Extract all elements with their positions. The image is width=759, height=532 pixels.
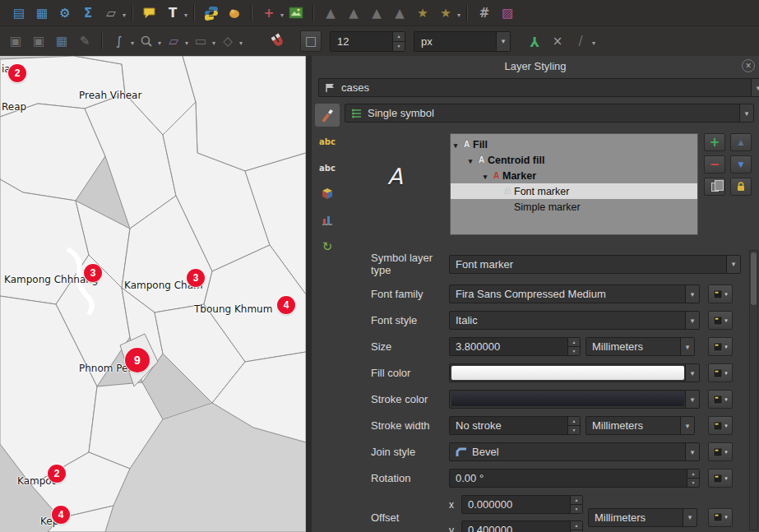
dropdown-caret[interactable] (280, 6, 284, 21)
fill-ring-group[interactable]: ▱ (163, 30, 188, 52)
tab-labels[interactable]: abc (315, 130, 340, 153)
label-edit-icon[interactable]: ✎ (74, 30, 95, 52)
renderer-combo[interactable]: Single symbol (345, 104, 754, 123)
stroke-width-unit-combo[interactable]: Millimeters (585, 416, 695, 435)
dropdown-caret[interactable] (238, 34, 243, 49)
topology-node-icon[interactable]: Y (524, 30, 545, 52)
plugin-bean-icon[interactable] (224, 2, 245, 24)
dropdown-caret[interactable] (183, 6, 187, 21)
split-line-icon[interactable]: / (570, 30, 591, 52)
dropdown-caret[interactable] (591, 34, 595, 49)
offset-y-spinbox[interactable]: 0.400000 (461, 520, 583, 532)
combo-caret[interactable] (680, 338, 694, 355)
stroke-color-button[interactable] (449, 390, 700, 409)
spin-steppers[interactable] (567, 338, 580, 355)
expander-icon[interactable] (465, 155, 475, 166)
zoom-tool-group[interactable] (136, 30, 161, 52)
combo-caret[interactable] (680, 417, 694, 434)
combo-caret[interactable] (683, 509, 697, 526)
scrollbar-thumb[interactable] (751, 252, 757, 305)
data-defined-override-button[interactable] (708, 363, 733, 382)
gps-tool-group[interactable]: + (258, 2, 284, 24)
add-symbol-layer-button[interactable]: + (704, 133, 725, 151)
combo-caret[interactable] (685, 391, 699, 408)
favorite-star-icon[interactable]: ★ (412, 2, 433, 24)
dropdown-caret[interactable] (184, 34, 188, 49)
tree-row-simple-marker[interactable]: Simple marker (451, 199, 697, 215)
attribute-ledger-icon[interactable]: ▤ (8, 2, 30, 24)
lock-colors-button[interactable] (730, 178, 752, 196)
remove-node-icon[interactable]: × (547, 30, 568, 52)
dropdown-caret[interactable] (122, 6, 126, 21)
dropdown-caret[interactable] (130, 34, 134, 49)
tracing-box-icon[interactable]: □ (300, 30, 322, 52)
gps-crosshair-icon[interactable]: + (258, 2, 280, 24)
pinned-overlay-icon[interactable]: ▦ (51, 30, 72, 52)
offset-unit-combo[interactable]: Millimeters (588, 508, 697, 527)
combo-caret[interactable] (685, 364, 699, 382)
offset-x-spinbox[interactable]: 0.000000 (461, 495, 583, 514)
rect-tool-group[interactable]: ▭ (190, 30, 215, 52)
data-defined-override-button[interactable] (708, 337, 733, 356)
curve-tool-group[interactable]: ∫ (109, 30, 134, 52)
snapping-magnet-icon[interactable] (267, 30, 289, 52)
unpin-labels-icon[interactable]: ▲ (343, 2, 364, 24)
shape-rect-icon[interactable]: ▭ (190, 30, 211, 52)
spin-steppers[interactable] (570, 496, 582, 513)
text-annotation-icon[interactable]: T (162, 2, 183, 24)
join-style-combo[interactable]: Bevel (449, 442, 700, 461)
spin-steppers[interactable] (687, 470, 699, 487)
label-size-spinbox[interactable]: 12 (330, 31, 405, 52)
data-defined-override-button[interactable] (708, 442, 733, 461)
split-tool-group[interactable]: / (570, 30, 595, 52)
fill-color-button[interactable] (449, 363, 700, 382)
move-label-icon[interactable]: ▲ (389, 2, 410, 24)
spin-steppers[interactable] (570, 521, 582, 532)
layout-grid-icon[interactable]: ▦ (31, 2, 53, 24)
combo-caret[interactable] (751, 79, 759, 96)
combo-caret[interactable] (739, 104, 753, 122)
close-icon[interactable] (742, 59, 755, 72)
tree-row-fill[interactable]: A Fill (451, 136, 697, 152)
symbol-layer-type-combo[interactable]: Font marker (449, 255, 741, 274)
dropdown-caret[interactable] (157, 34, 161, 49)
tab-3d-view[interactable] (315, 183, 340, 206)
zoom-tool-icon[interactable] (136, 30, 157, 52)
expander-icon[interactable] (451, 139, 460, 150)
combo-caret[interactable] (726, 256, 740, 273)
shape-parallelogram-icon[interactable]: ▱ (163, 30, 184, 52)
tab-masks[interactable]: abc (315, 156, 340, 179)
size-unit-combo[interactable]: Millimeters (585, 337, 695, 356)
expander-icon[interactable] (480, 170, 490, 182)
rotation-spinbox[interactable]: 0.00 ° (449, 469, 700, 488)
show-hidden-labels-icon[interactable]: ▲ (366, 2, 387, 24)
measure-tool-group[interactable]: ▱ (100, 2, 126, 24)
curve-digitize-icon[interactable]: ∫ (109, 30, 130, 52)
tab-history[interactable]: ↻ (315, 235, 340, 258)
data-defined-override-button[interactable] (708, 390, 733, 409)
combo-caret[interactable] (685, 443, 699, 460)
pin-labels-icon[interactable]: ▲ (320, 2, 341, 24)
map-tips-bubble-icon[interactable] (139, 2, 160, 24)
data-defined-override-button[interactable] (708, 285, 733, 303)
size-spinbox[interactable]: 3.800000 (449, 337, 581, 356)
tree-row-centroid-fill[interactable]: A Centroid fill (451, 152, 697, 168)
shape-diamond-icon[interactable]: ◇ (217, 30, 238, 52)
label-pin-icon[interactable]: ▣ (28, 30, 49, 52)
move-down-button[interactable]: ▼ (730, 155, 752, 173)
move-up-button[interactable]: ▲ (730, 133, 752, 151)
map-image-icon[interactable] (285, 2, 307, 24)
label-size-unit-combo[interactable]: px (414, 31, 511, 52)
data-defined-override-button[interactable] (708, 416, 733, 435)
combo-caret[interactable] (496, 32, 510, 51)
remove-symbol-layer-button[interactable]: − (704, 155, 725, 173)
dropdown-caret[interactable] (456, 6, 460, 21)
python-console-icon[interactable] (201, 2, 222, 24)
combo-caret[interactable] (685, 285, 699, 303)
grid-hash-icon[interactable]: # (474, 2, 495, 24)
data-defined-override-button[interactable] (708, 508, 733, 527)
measure-ruler-icon[interactable]: ▱ (100, 2, 122, 24)
dropdown-caret[interactable] (211, 34, 215, 49)
font-family-combo[interactable]: Fira Sans Compressed Medium (449, 285, 700, 303)
text-annotation-group[interactable]: T (162, 2, 187, 24)
